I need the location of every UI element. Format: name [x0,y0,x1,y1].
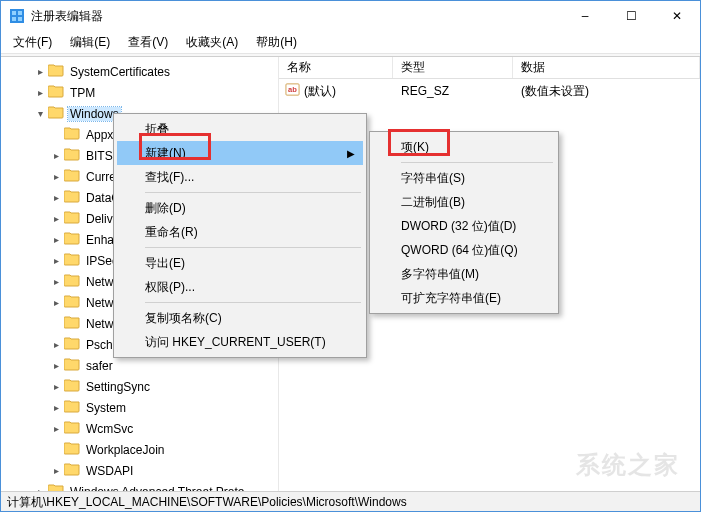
folder-icon [64,210,80,227]
value-type: REG_SZ [393,84,513,98]
folder-icon [64,168,80,185]
separator [145,192,361,193]
sub-binary[interactable]: 二进制值(B) [373,190,555,214]
expander-icon[interactable]: ▸ [33,67,48,77]
folder-icon [64,252,80,269]
folder-icon [48,105,64,122]
tree-node-label: System [84,401,128,415]
expander-icon[interactable]: ▸ [49,466,64,476]
menubar: 文件(F) 编辑(E) 查看(V) 收藏夹(A) 帮助(H) [1,31,700,53]
expander-icon[interactable]: ▸ [49,214,64,224]
ctx-copy-key-name[interactable]: 复制项名称(C) [117,306,363,330]
tree-node[interactable]: ▸TPM [1,82,278,103]
expander-icon[interactable]: ▾ [33,109,48,119]
folder-icon [64,273,80,290]
tree-node[interactable]: ▸SettingSync [1,376,278,397]
tree-node[interactable]: ▸safer [1,355,278,376]
sub-multi[interactable]: 多字符串值(M) [373,262,555,286]
ctx-new[interactable]: 新建(N)▶ [117,141,363,165]
tree-node-label: SettingSync [84,380,152,394]
sub-string[interactable]: 字符串值(S) [373,166,555,190]
svg-rect-1 [12,11,16,15]
tree-node[interactable]: ▸WcmSvc [1,418,278,439]
separator [145,247,361,248]
menu-favorites[interactable]: 收藏夹(A) [178,32,246,53]
tree-node-label: Netw [84,275,115,289]
expander-icon[interactable]: ▸ [49,361,64,371]
sub-key[interactable]: 项(K) [373,135,555,159]
expander-icon[interactable]: ▸ [49,382,64,392]
expander-icon[interactable]: ▸ [49,256,64,266]
watermark: 系统之家 [576,449,680,481]
folder-icon [64,378,80,395]
expander-icon[interactable]: ▸ [49,277,64,287]
expander-icon[interactable]: ▸ [49,298,64,308]
folder-icon [64,441,80,458]
sub-dword[interactable]: DWORD (32 位)值(D) [373,214,555,238]
maximize-button[interactable]: ☐ [608,1,654,31]
col-type[interactable]: 类型 [393,57,513,78]
separator [145,302,361,303]
ctx-permissions[interactable]: 权限(P)... [117,275,363,299]
expander-icon[interactable]: ▸ [49,151,64,161]
value-data: (数值未设置) [513,83,700,100]
tree-node-label: TPM [68,86,97,100]
tree-node-label: Appx [84,128,115,142]
tree-node[interactable]: ▸WSDAPI [1,460,278,481]
menu-help[interactable]: 帮助(H) [248,32,305,53]
arrow-right-icon: ▶ [347,148,355,159]
ctx-find[interactable]: 查找(F)... [117,165,363,189]
expander-icon[interactable]: ▸ [49,172,64,182]
tree-node[interactable]: WorkplaceJoin [1,439,278,460]
tree-node-label: WSDAPI [84,464,135,478]
ctx-delete[interactable]: 删除(D) [117,196,363,220]
menu-view[interactable]: 查看(V) [120,32,176,53]
svg-rect-3 [12,17,16,21]
col-name[interactable]: 名称 [279,57,393,78]
tree-node-label: BITS [84,149,115,163]
svg-rect-4 [18,17,22,21]
folder-icon [64,420,80,437]
tree-node-label: Windows Advanced Threat Prote [68,485,247,492]
sub-qword[interactable]: QWORD (64 位)值(Q) [373,238,555,262]
separator [401,162,553,163]
svg-rect-2 [18,11,22,15]
list-row[interactable]: ab (默认) REG_SZ (数值未设置) [279,81,700,101]
ctx-collapse[interactable]: 折叠 [117,117,363,141]
expander-icon[interactable]: ▸ [33,88,48,98]
expander-icon[interactable]: ▸ [49,340,64,350]
expander-icon[interactable]: ▸ [49,424,64,434]
menu-edit[interactable]: 编辑(E) [62,32,118,53]
minimize-button[interactable]: – [562,1,608,31]
menu-file[interactable]: 文件(F) [5,32,60,53]
col-data[interactable]: 数据 [513,57,700,78]
expander-icon[interactable]: ▸ [49,403,64,413]
tree-node[interactable]: ▸Windows Advanced Threat Prote [1,481,278,491]
tree-node-label: SystemCertificates [68,65,172,79]
statusbar-path: 计算机\HKEY_LOCAL_MACHINE\SOFTWARE\Policies… [7,495,407,509]
expander-icon[interactable]: ▸ [49,193,64,203]
titlebar: 注册表编辑器 – ☐ ✕ [1,1,700,31]
ctx-goto-hkcu[interactable]: 访问 HKEY_CURRENT_USER(T) [117,330,363,354]
list-header[interactable]: 名称 类型 数据 [279,57,700,79]
tree-node-label: Netw [84,317,115,331]
sub-expand[interactable]: 可扩充字符串值(E) [373,286,555,310]
tree-node[interactable]: ▸System [1,397,278,418]
value-name: (默认) [304,83,336,100]
ctx-rename[interactable]: 重命名(R) [117,220,363,244]
folder-icon [64,399,80,416]
folder-icon [64,357,80,374]
folder-icon [64,336,80,353]
tree-node[interactable]: ▸SystemCertificates [1,61,278,82]
folder-icon [64,294,80,311]
close-button[interactable]: ✕ [654,1,700,31]
folder-icon [48,483,64,491]
ctx-export[interactable]: 导出(E) [117,251,363,275]
context-menu: 折叠 新建(N)▶ 查找(F)... 删除(D) 重命名(R) 导出(E) 权限… [113,113,367,358]
expander-icon[interactable]: ▸ [49,235,64,245]
expander-icon[interactable]: ▸ [33,487,48,492]
folder-icon [64,462,80,479]
tree-node-label: WcmSvc [84,422,135,436]
window-title: 注册表编辑器 [31,8,562,25]
folder-icon [64,126,80,143]
